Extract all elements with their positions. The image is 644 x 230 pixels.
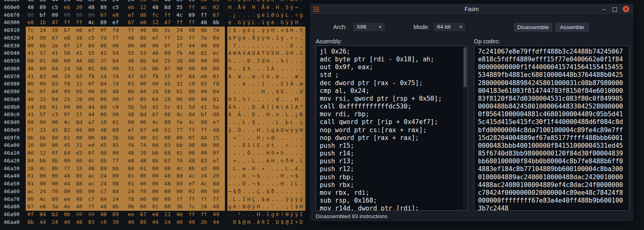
ascii-char[interactable]: $ xyxy=(285,27,290,34)
hex-byte[interactable]: 2e xyxy=(52,42,64,50)
ascii-char[interactable]: ÿ xyxy=(228,126,233,134)
hex-byte[interactable]: 8b xyxy=(152,157,164,165)
ascii-char[interactable]: A xyxy=(295,104,300,111)
ascii-char[interactable]: . xyxy=(300,42,305,50)
ascii-char[interactable]: D xyxy=(233,219,238,226)
ascii-char[interactable]: N xyxy=(242,203,247,211)
hex-byte[interactable]: a3 xyxy=(201,165,213,173)
ascii-char[interactable]: . xyxy=(276,80,281,88)
ascii-char[interactable]: . xyxy=(271,57,276,65)
hex-byte[interactable]: bb xyxy=(152,149,164,157)
ascii-char[interactable]: . xyxy=(276,65,281,73)
hex-byte[interactable]: 8b xyxy=(88,57,100,65)
hex-byte[interactable]: 77 xyxy=(64,165,76,173)
ascii-char[interactable]: ð xyxy=(285,157,290,165)
hex-byte[interactable]: 89 xyxy=(52,196,64,203)
ascii-char[interactable]: . xyxy=(300,142,305,149)
hex-byte[interactable]: 4c xyxy=(88,19,100,27)
hex-byte[interactable]: 4c xyxy=(64,119,76,126)
ascii-char[interactable]: ÿ xyxy=(290,126,295,134)
hex-byte[interactable]: 24 xyxy=(128,188,140,196)
hex-byte[interactable]: 89 xyxy=(112,126,125,134)
ascii-char[interactable]: . xyxy=(300,4,305,11)
hex-byte[interactable]: 24 xyxy=(128,0,140,4)
hex-byte[interactable]: 0f xyxy=(88,149,100,157)
hex-byte[interactable]: 00 xyxy=(176,188,188,196)
ascii-char[interactable]: è xyxy=(247,27,252,34)
ascii-char[interactable]: H xyxy=(280,172,285,180)
hex-byte[interactable]: f8 xyxy=(213,80,225,88)
hex-byte[interactable]: 00 xyxy=(140,119,152,126)
ascii-char[interactable]: . xyxy=(295,157,300,165)
hex-byte[interactable]: b2 xyxy=(52,211,64,219)
hex-byte[interactable]: 24 xyxy=(201,203,213,211)
ascii-char[interactable]: A xyxy=(247,50,252,57)
ascii-char[interactable]: G xyxy=(266,73,271,81)
ascii-char[interactable]: + xyxy=(295,219,300,226)
ascii-char[interactable]: . xyxy=(257,73,262,81)
ascii-char[interactable]: H xyxy=(247,219,252,226)
hex-byte[interactable]: ff xyxy=(128,27,140,34)
hex-byte[interactable]: 44 xyxy=(40,219,52,226)
ascii-char[interactable]: . xyxy=(238,142,242,149)
hex-byte[interactable]: f8 xyxy=(64,80,76,88)
hex-byte[interactable]: ac xyxy=(201,4,213,11)
hex-byte[interactable]: 00 xyxy=(112,111,125,119)
ascii-char[interactable]: h xyxy=(228,57,233,65)
ascii-char[interactable]: è xyxy=(276,126,281,134)
ascii-char[interactable]: H xyxy=(228,96,233,104)
hex-byte[interactable]: e6 xyxy=(52,73,64,81)
ascii-char[interactable]: H xyxy=(295,19,300,27)
ascii-char[interactable]: . xyxy=(233,65,238,73)
ascii-char[interactable]: t xyxy=(262,73,267,81)
ascii-char[interactable]: . xyxy=(233,142,238,149)
ascii-char[interactable]: . xyxy=(238,172,242,180)
ascii-char[interactable]: H xyxy=(262,88,267,96)
ascii-char[interactable]: . xyxy=(280,142,285,149)
hex-byte[interactable]: 00 xyxy=(100,96,112,104)
hex-byte[interactable]: 00 xyxy=(88,126,100,134)
hex-byte[interactable]: 5e xyxy=(213,104,225,111)
ascii-char[interactable]: L xyxy=(290,119,295,126)
hex-byte[interactable]: 00 xyxy=(40,80,52,88)
ascii-char[interactable]: . xyxy=(280,65,285,73)
ascii-char[interactable]: ! xyxy=(280,211,285,219)
ascii-char[interactable]: d xyxy=(300,88,305,96)
hex-byte[interactable]: 68 xyxy=(27,57,40,65)
hex-byte[interactable]: 00 xyxy=(64,157,76,165)
hex-byte[interactable]: 8b xyxy=(52,165,64,173)
ascii-char[interactable]: . xyxy=(300,134,305,142)
ascii-char[interactable]: . xyxy=(271,196,276,203)
ascii-char[interactable]: . xyxy=(280,50,285,57)
hex-byte[interactable]: e8 xyxy=(140,0,152,4)
hex-byte[interactable]: 8d xyxy=(40,0,52,4)
hex-byte[interactable]: 04 xyxy=(213,34,225,42)
ascii-char[interactable]: . xyxy=(285,134,290,142)
ascii-char[interactable]: . xyxy=(300,149,305,157)
ascii-char[interactable]: L xyxy=(285,111,290,119)
hex-byte[interactable]: 44 xyxy=(88,111,100,119)
hex-byte[interactable]: 83 xyxy=(164,142,177,149)
hex-byte[interactable]: 47 xyxy=(52,19,64,27)
hex-byte[interactable]: ff xyxy=(76,19,88,27)
ascii-char[interactable]: . xyxy=(280,4,285,11)
ascii-char[interactable]: . xyxy=(276,142,281,149)
ascii-char[interactable]: U xyxy=(252,50,257,57)
ascii-char[interactable]: E xyxy=(242,142,247,149)
hex-byte[interactable]: 18 xyxy=(76,34,88,42)
hex-byte[interactable]: 24 xyxy=(152,88,164,96)
ascii-char[interactable]: A xyxy=(228,50,233,57)
hex-byte[interactable]: ef xyxy=(213,157,225,165)
ascii-char[interactable]: . xyxy=(262,188,267,196)
hex-byte[interactable]: 49 xyxy=(213,211,225,219)
ascii-char[interactable]: . xyxy=(290,111,295,119)
hex-byte[interactable]: 01 xyxy=(52,104,64,111)
ascii-char[interactable]: . xyxy=(271,88,276,96)
hex-byte[interactable]: 00 xyxy=(40,142,52,149)
hex-byte[interactable]: 74 xyxy=(140,142,152,149)
hex-byte[interactable]: bb xyxy=(128,134,140,142)
hex-byte[interactable]: 2b xyxy=(201,219,213,226)
hex-byte[interactable]: 00 xyxy=(100,65,112,73)
hex-byte[interactable]: ff xyxy=(201,196,213,203)
ascii-char[interactable]: . xyxy=(247,165,252,173)
